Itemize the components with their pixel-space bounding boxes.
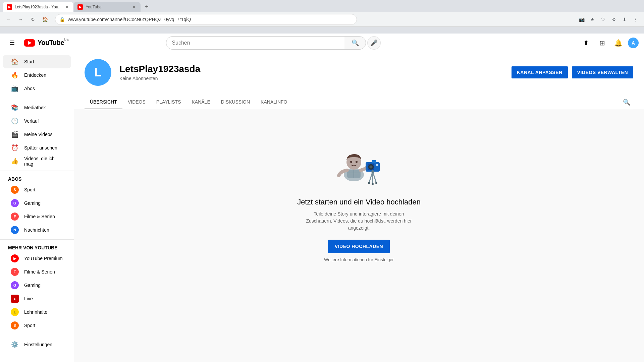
- sidebar-item-gaming2[interactable]: G Gaming: [3, 279, 71, 292]
- back-button[interactable]: ←: [4, 15, 13, 24]
- sidebar-item-abos[interactable]: 📺 Abos: [3, 82, 71, 95]
- einsteiger-link[interactable]: Weitere Informationen für Einsteiger: [324, 257, 394, 262]
- search-input[interactable]: [166, 36, 344, 50]
- youtube-logo-icon: [24, 39, 35, 47]
- sidebar-meine-videos-label: Meine Videos: [24, 132, 53, 137]
- tab-1-favicon: ▶: [7, 4, 12, 10]
- sidebar-item-meine-videos[interactable]: 🎬 Meine Videos: [3, 128, 71, 141]
- svg-line-16: [373, 172, 376, 183]
- svg-rect-13: [376, 164, 378, 166]
- svg-point-20: [375, 182, 377, 184]
- forward-button[interactable]: →: [16, 15, 25, 24]
- menu-icon[interactable]: ☰: [5, 36, 19, 50]
- lerninhalt-icon: L: [11, 308, 19, 316]
- tab-2-close[interactable]: ✕: [131, 4, 137, 10]
- voice-search-button[interactable]: 🎤: [367, 36, 381, 50]
- youtube-app: ☰ YouTube DE 🔍 🎤 ⬆ ⊞ 🔔 A 🏠 Start: [0, 34, 644, 362]
- divider-1: [0, 98, 74, 98]
- youtube-logo[interactable]: YouTube DE: [24, 39, 64, 47]
- tab-1-close[interactable]: ✕: [64, 4, 69, 10]
- video-hochladen-button[interactable]: VIDEO HOCHLADEN: [328, 240, 390, 253]
- svg-point-17: [371, 170, 374, 173]
- kanal-anpassen-button[interactable]: KANAL ANPASSEN: [512, 66, 568, 78]
- sidebar-item-filme[interactable]: F Filme & Serien: [3, 210, 71, 223]
- channel-content: L LetsPlay1923asda Keine Abonnenten KANA…: [74, 52, 644, 362]
- download-icon[interactable]: ⬇: [620, 15, 629, 24]
- library-icon: 📚: [11, 104, 19, 111]
- sidebar-item-gaming[interactable]: G Gaming: [3, 196, 71, 210]
- sidebar-sport2-label: Sport: [24, 323, 35, 328]
- tab-diskussion[interactable]: DISKUSSION: [216, 95, 255, 109]
- tab-playlists[interactable]: PLAYLISTS: [151, 95, 186, 109]
- svg-point-18: [368, 182, 370, 184]
- sidebar-item-live[interactable]: ● Live: [3, 292, 71, 305]
- sidebar-yt-premium-label: YouTube Premium: [24, 256, 63, 261]
- history-icon: 🕐: [11, 117, 19, 125]
- more-icon[interactable]: ⋮: [631, 15, 640, 24]
- svg-point-6: [356, 161, 358, 163]
- empty-state: Jetzt starten und ein Video hochladen Te…: [74, 109, 644, 289]
- sidebar-filme2-label: Filme & Serien: [24, 269, 55, 275]
- header-right: ⬆ ⊞ 🔔 A: [580, 36, 639, 50]
- tab-bar: ▶ LetsPlay1923asda - You... ✕ ▶ YouTube …: [0, 0, 644, 12]
- upload-button[interactable]: ⬆: [580, 36, 593, 50]
- sidebar-item-sport[interactable]: S Sport: [3, 183, 71, 196]
- tab-1[interactable]: ▶ LetsPlay1923asda - You... ✕: [3, 2, 73, 12]
- search-button[interactable]: 🔍: [344, 36, 366, 50]
- svg-point-19: [372, 183, 374, 185]
- heart-icon[interactable]: ♡: [598, 15, 608, 24]
- sidebar-item-nachrichten[interactable]: N Nachrichten: [3, 223, 71, 237]
- live-icon: ●: [11, 295, 19, 303]
- sidebar-spaeter-label: Später ansehen: [24, 145, 57, 150]
- my-videos-icon: 🎬: [11, 131, 19, 138]
- sidebar-item-yt-premium[interactable]: ▶ YouTube Premium: [3, 252, 71, 265]
- sidebar-item-entdecken[interactable]: 🔥 Entdecken: [3, 68, 71, 82]
- notifications-button[interactable]: 🔔: [612, 36, 625, 50]
- sidebar-item-sport2[interactable]: S Sport: [3, 319, 71, 332]
- home-button[interactable]: 🏠: [40, 15, 50, 24]
- yt-premium-icon: ▶: [11, 254, 19, 262]
- url-text: www.youtube.com/channel/UCocN6zQPHQZ_0yv…: [68, 17, 191, 22]
- search-form: 🔍: [166, 36, 366, 50]
- tab-search-button[interactable]: 🔍: [620, 96, 633, 109]
- sidebar-item-verlauf[interactable]: 🕐 Verlauf: [3, 114, 71, 128]
- channel-avatar: L: [85, 59, 111, 86]
- settings-icon[interactable]: ⚙: [609, 15, 619, 24]
- explore-icon: 🔥: [11, 71, 19, 79]
- tab-kanaele[interactable]: KANÄLE: [186, 95, 215, 109]
- sidebar-item-liked[interactable]: 👍 Videos, die ich mag: [3, 155, 71, 168]
- apps-button[interactable]: ⊞: [596, 36, 609, 50]
- tab-2[interactable]: ▶ YouTube ✕: [73, 2, 141, 12]
- address-bar[interactable]: 🔒 www.youtube.com/channel/UCocN6zQPHQZ_0…: [55, 14, 357, 25]
- user-avatar[interactable]: A: [628, 38, 639, 48]
- tab-2-title: YouTube: [86, 5, 128, 9]
- tab-uebersicht[interactable]: ÜBERSICHT: [85, 95, 122, 109]
- tab-kanalinfo[interactable]: KANALINFO: [255, 95, 292, 109]
- sidebar-item-mediathek[interactable]: 📚 Mediathek: [3, 101, 71, 114]
- sidebar-item-start[interactable]: 🏠 Start: [3, 55, 71, 68]
- sidebar-item-abos-label: Abos: [24, 86, 35, 91]
- tab-videos[interactable]: VIDEOS: [122, 95, 151, 109]
- screenshot-icon[interactable]: 📷: [577, 15, 586, 24]
- sidebar-liked-label: Videos, die ich mag: [24, 156, 63, 167]
- svg-point-5: [350, 161, 352, 163]
- sidebar-gaming2-label: Gaming: [24, 283, 41, 288]
- yt-main: 🏠 Start 🔥 Entdecken 📺 Abos 📚 Mediathek 🕐…: [0, 52, 644, 362]
- svg-line-14: [369, 172, 373, 183]
- empty-state-title: Jetzt starten und ein Video hochladen: [297, 198, 421, 206]
- empty-illustration: [332, 136, 386, 190]
- nav-bar: ← → ↻ 🏠 🔒 www.youtube.com/channel/UCocN6…: [0, 12, 644, 27]
- sidebar-item-lerninhalt[interactable]: L Lehrinhalte: [3, 305, 71, 319]
- svg-point-11: [370, 166, 372, 168]
- sidebar-item-einstellungen[interactable]: ⚙️ Einstellungen: [3, 338, 71, 351]
- bookmark-icon[interactable]: ★: [588, 15, 597, 24]
- tab-1-title: LetsPlay1923asda - You...: [15, 5, 61, 9]
- reload-button[interactable]: ↻: [28, 15, 38, 24]
- channel-name: LetsPlay1923asda: [119, 64, 503, 74]
- videos-verwalten-button[interactable]: VIDEOS VERWALTEN: [572, 66, 633, 78]
- tab-2-favicon: ▶: [77, 4, 83, 10]
- sidebar-item-spaeter[interactable]: ⏰ Später ansehen: [3, 141, 71, 155]
- new-tab-button[interactable]: +: [142, 2, 151, 11]
- sidebar-item-filme2[interactable]: F Filme & Serien: [3, 265, 71, 279]
- liked-icon: 👍: [11, 158, 19, 165]
